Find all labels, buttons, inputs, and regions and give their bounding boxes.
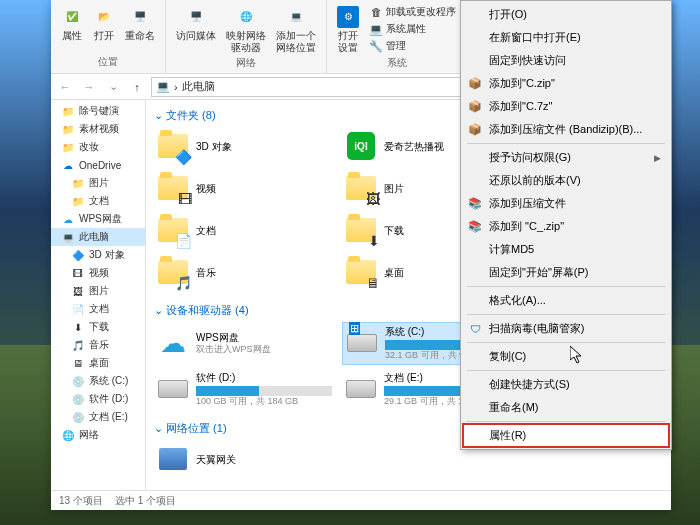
folder-icon: 📄: [156, 213, 190, 247]
sidebar-item-14[interactable]: 🖥桌面: [51, 354, 145, 372]
sidebar-item-18[interactable]: 🌐网络: [51, 426, 145, 444]
context-item-0[interactable]: 打开(O): [463, 3, 669, 26]
context-item-label: 添加到"C.7z": [489, 99, 552, 114]
drive-sub: 双击进入WPS网盘: [196, 344, 332, 356]
sidebar-item-6[interactable]: ☁WPS网盘: [51, 210, 145, 228]
sidebar-item-2[interactable]: 📁改妆: [51, 138, 145, 156]
sidebar-item-3[interactable]: ☁OneDrive: [51, 156, 145, 174]
folder-item-0[interactable]: 🔷3D 对象: [154, 127, 334, 165]
context-item-label: 复制(C): [489, 349, 526, 364]
context-item-1[interactable]: 在新窗口中打开(E): [463, 26, 669, 49]
sidebar-item-label: 软件 (D:): [89, 392, 128, 406]
rename-button[interactable]: 🖥️ 重命名: [121, 4, 159, 44]
properties-label: 属性: [62, 30, 82, 42]
context-item-18[interactable]: 复制(C): [463, 345, 669, 368]
sidebar-item-5[interactable]: 📁文档: [51, 192, 145, 210]
context-item-12[interactable]: 固定到"开始"屏幕(P): [463, 261, 669, 284]
sidebar-item-label: 网络: [79, 428, 99, 442]
recent-dropdown[interactable]: ⌄: [103, 77, 123, 97]
context-item-3[interactable]: 📦添加到"C.zip": [463, 72, 669, 95]
sidebar-item-icon: 📁: [61, 122, 75, 136]
context-menu: 打开(O)在新窗口中打开(E)固定到快速访问📦添加到"C.zip"📦添加到"C.…: [460, 0, 672, 450]
open-button[interactable]: 📂 打开: [89, 4, 119, 44]
folder-item-2[interactable]: 🎞视频: [154, 169, 334, 207]
map-drive-button[interactable]: 🌐 映射网络 驱动器: [222, 4, 270, 56]
sidebar-item-16[interactable]: 💿软件 (D:): [51, 390, 145, 408]
context-item-label: 格式化(A)...: [489, 293, 546, 308]
network-item-0[interactable]: 天翼网关: [154, 440, 334, 478]
context-item-16[interactable]: 🛡扫描病毒(电脑管家): [463, 317, 669, 340]
sidebar-item-label: 文档: [89, 302, 109, 316]
context-item-10[interactable]: 📚添加到 "C_.zip": [463, 215, 669, 238]
sidebar-item-0[interactable]: 📁除号键演: [51, 102, 145, 120]
context-item-label: 打开(O): [489, 7, 527, 22]
sidebar-item-label: 系统 (C:): [89, 374, 128, 388]
up-button[interactable]: ↑: [127, 77, 147, 97]
context-item-5[interactable]: 📦添加到压缩文件 (Bandizip)(B)...: [463, 118, 669, 141]
sidebar-item-4[interactable]: 📁图片: [51, 174, 145, 192]
context-item-label: 扫描病毒(电脑管家): [489, 321, 584, 336]
context-item-2[interactable]: 固定到快速访问: [463, 49, 669, 72]
sidebar-item-7[interactable]: 💻此电脑: [51, 228, 145, 246]
folder-item-6[interactable]: 🎵音乐: [154, 253, 334, 291]
context-item-23[interactable]: 属性(R): [463, 424, 669, 447]
sidebar-item-11[interactable]: 📄文档: [51, 300, 145, 318]
drive-name: 软件 (D:): [196, 371, 332, 384]
sidebar-item-label: 素材视频: [79, 122, 119, 136]
address-bar[interactable]: 💻 › 此电脑 v ↻: [151, 77, 513, 97]
sidebar-item-9[interactable]: 🎞视频: [51, 264, 145, 282]
context-item-20[interactable]: 创建快捷方式(S): [463, 373, 669, 396]
manage-icon: 🔧: [369, 39, 383, 53]
sysprops-label: 系统属性: [386, 22, 426, 36]
forward-button[interactable]: →: [79, 77, 99, 97]
sysprops-button[interactable]: 💻系统属性: [365, 21, 460, 37]
open-icon: 📂: [93, 6, 115, 28]
context-item-icon: 📦: [467, 122, 483, 138]
folder-name: 3D 对象: [196, 140, 332, 153]
context-item-4[interactable]: 📦添加到"C.7z": [463, 95, 669, 118]
sidebar-item-13[interactable]: 🎵音乐: [51, 336, 145, 354]
context-item-icon: 🛡: [467, 321, 483, 337]
sidebar-item-icon: ☁: [61, 212, 75, 226]
group-system-label: 系统: [387, 56, 407, 70]
navigation-sidebar: 📁除号键演📁素材视频📁改妆☁OneDrive📁图片📁文档☁WPS网盘💻此电脑🔷3…: [51, 100, 146, 490]
sidebar-item-icon: 📁: [71, 194, 85, 208]
drive-icon: ☁: [156, 326, 190, 360]
open-settings-button[interactable]: ⚙ 打开 设置: [333, 4, 363, 56]
back-button[interactable]: ←: [55, 77, 75, 97]
address-text: 此电脑: [182, 79, 215, 94]
context-item-11[interactable]: 计算MD5: [463, 238, 669, 261]
folder-item-4[interactable]: 📄文档: [154, 211, 334, 249]
context-separator: [467, 370, 665, 371]
rename-label: 重命名: [125, 30, 155, 42]
sidebar-item-icon: 🎵: [71, 338, 85, 352]
sidebar-item-1[interactable]: 📁素材视频: [51, 120, 145, 138]
context-item-21[interactable]: 重命名(M): [463, 396, 669, 419]
open-settings-label: 打开 设置: [338, 30, 358, 54]
sidebar-item-15[interactable]: 💿系统 (C:): [51, 372, 145, 390]
folder-name: 视频: [196, 182, 332, 195]
group-network-label: 网络: [236, 56, 256, 70]
sidebar-item-label: 音乐: [89, 338, 109, 352]
sidebar-item-12[interactable]: ⬇下载: [51, 318, 145, 336]
access-media-button[interactable]: 🖥️ 访问媒体: [172, 4, 220, 44]
drive-item-0[interactable]: ☁WPS网盘双击进入WPS网盘: [154, 322, 334, 365]
context-separator: [467, 143, 665, 144]
sidebar-item-icon: 📁: [61, 140, 75, 154]
add-location-button[interactable]: 💻 添加一个 网络位置: [272, 4, 320, 56]
sidebar-item-label: 桌面: [89, 356, 109, 370]
sidebar-item-17[interactable]: 💿文档 (E:): [51, 408, 145, 426]
context-item-8[interactable]: 还原以前的版本(V): [463, 169, 669, 192]
folder-name: 文档: [196, 224, 332, 237]
context-item-14[interactable]: 格式化(A)...: [463, 289, 669, 312]
sidebar-item-10[interactable]: 🖼图片: [51, 282, 145, 300]
sidebar-item-8[interactable]: 🔷3D 对象: [51, 246, 145, 264]
properties-button[interactable]: ✅ 属性: [57, 4, 87, 44]
item-count: 13 个项目: [59, 494, 103, 508]
context-item-7[interactable]: 授予访问权限(G)▶: [463, 146, 669, 169]
context-item-9[interactable]: 📚添加到压缩文件: [463, 192, 669, 215]
uninstall-button[interactable]: 🗑卸载或更改程序: [365, 4, 460, 20]
drive-item-2[interactable]: 软件 (D:)100 GB 可用，共 184 GB: [154, 369, 334, 410]
manage-button[interactable]: 🔧管理: [365, 38, 460, 54]
folder-icon: 🖼: [344, 171, 378, 205]
